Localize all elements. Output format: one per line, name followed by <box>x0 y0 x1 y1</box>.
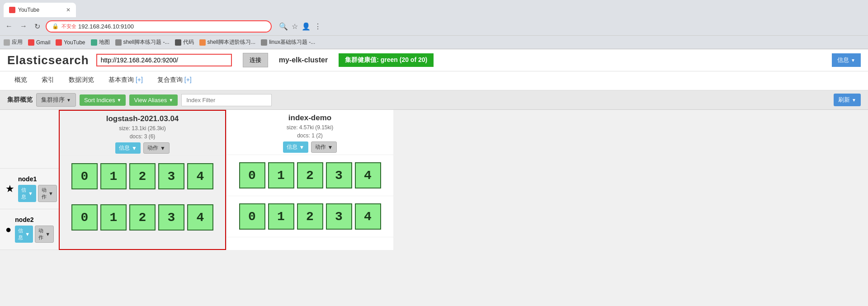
refresh-arrow: ▼ <box>852 98 856 103</box>
bookmark-maps[interactable]: 地图 <box>91 38 110 46</box>
nav-basic-query[interactable]: 基本查询 [+] <box>101 71 150 90</box>
browser-tab[interactable]: YouTube ✕ <box>4 3 76 17</box>
cluster-sort-button[interactable]: 集群排序 ▼ <box>36 93 76 107</box>
index0-action-label: 动作 <box>147 144 158 152</box>
search-icon-btn[interactable]: 🔍 <box>279 22 288 31</box>
bookmark-youtube[interactable]: YouTube <box>56 39 85 46</box>
address-bar-wrap: 🔒 不安全 <box>46 20 272 33</box>
bookmark-shell[interactable]: shell脚本练习题 -... <box>115 38 170 46</box>
index-action-bar-0: 信息 ▼ 动作 ▼ <box>65 140 220 154</box>
address-input[interactable] <box>78 23 265 30</box>
apps-favicon <box>4 39 10 46</box>
view-aliases-arrow: ▼ <box>169 98 173 103</box>
sort-indices-button[interactable]: Sort Indices ▼ <box>80 94 126 106</box>
shard-0-0-0[interactable]: 0 <box>71 163 98 189</box>
shard-1-0-2[interactable]: 2 <box>297 162 323 188</box>
shard-0-1-4[interactable]: 4 <box>187 204 213 231</box>
nav-basic-label: 基本查询 <box>108 76 136 83</box>
node1-action-label: 动作 <box>42 187 47 200</box>
shard-1-1-4[interactable]: 4 <box>355 203 381 230</box>
index-size-0: size: 13.1ki (26.3ki) <box>65 125 220 132</box>
index1-info-button[interactable]: 信息 ▼ <box>283 141 308 153</box>
node2-buttons: 信息 ▼ 动作 ▼ <box>15 226 54 243</box>
node2-circle-icon: ● <box>5 224 11 235</box>
shard-0-1-3[interactable]: 3 <box>158 204 184 231</box>
index1-action-label: 动作 <box>315 143 326 151</box>
info-dropdown-button[interactable]: 信息 ▼ <box>832 53 861 67</box>
index0-info-button[interactable]: 信息 ▼ <box>115 142 141 154</box>
shell2-favicon <box>199 39 206 46</box>
shard-0-0-2[interactable]: 2 <box>129 163 156 189</box>
shell-favicon <box>115 39 122 46</box>
refresh-label: 刷新 <box>838 96 850 104</box>
forward-button[interactable]: → <box>18 20 29 32</box>
index0-node2-shards: 0 1 2 3 4 <box>60 197 225 238</box>
view-aliases-button[interactable]: View Aliases ▼ <box>129 94 178 106</box>
index1-action-button[interactable]: 动作 ▼ <box>311 141 337 153</box>
node1-info-button[interactable]: 信息 ▼ <box>18 185 36 202</box>
menu-icon-btn[interactable]: ⋮ <box>314 22 321 31</box>
node2-info-arrow: ▼ <box>25 231 30 237</box>
bookmark-gmail[interactable]: Gmail <box>28 39 50 46</box>
shard-0-1-0[interactable]: 0 <box>71 204 98 231</box>
node1-entry: ★ node1 信息 ▼ 动作 ▼ <box>0 169 59 209</box>
shard-1-1-3[interactable]: 3 <box>326 203 352 230</box>
shard-0-0-1[interactable]: 1 <box>100 163 127 189</box>
insecure-label: 不安全 <box>61 23 76 30</box>
node2-action-button[interactable]: 动作 ▼ <box>35 226 54 243</box>
bookmark-code[interactable]: 代码 <box>175 38 194 46</box>
shard-0-1-1[interactable]: 1 <box>100 204 127 231</box>
node1-star-icon: ★ <box>5 183 14 195</box>
node2-info: node2 信息 ▼ 动作 ▼ <box>15 216 54 243</box>
browser-chrome: YouTube ✕ ← → ↻ 🔒 不安全 🔍 ☆ 👤 ⋮ 应用 Gmail <box>0 0 868 49</box>
shard-1-1-2[interactable]: 2 <box>297 203 323 230</box>
account-icon-btn[interactable]: 👤 <box>302 22 311 31</box>
app: Elasticsearch 连接 my-elk-cluster 集群健康值: g… <box>0 49 868 275</box>
nav-complex-label: 复合查询 <box>157 76 184 83</box>
shard-0-1-2[interactable]: 2 <box>129 204 156 231</box>
shard-1-1-0[interactable]: 0 <box>239 203 265 230</box>
right-area: logstash-2021.03.04 size: 13.1ki (26.3ki… <box>59 110 868 250</box>
bookmark-shell2[interactable]: shell脚本进阶练习... <box>199 38 256 46</box>
shard-0-0-3[interactable]: 3 <box>158 163 184 189</box>
back-button[interactable]: ← <box>4 20 14 32</box>
code-label: 代码 <box>183 38 194 46</box>
shard-1-1-1[interactable]: 1 <box>268 203 294 230</box>
nav-overview[interactable]: 概览 <box>7 71 34 90</box>
index-filter-input[interactable] <box>181 94 272 106</box>
index1-action-arrow: ▼ <box>328 144 333 151</box>
plus-icon-basic: [+] <box>136 76 143 83</box>
tab-close-icon[interactable]: ✕ <box>66 7 71 13</box>
nav-bar: ← → ↻ 🔒 不安全 🔍 ☆ 👤 ⋮ <box>0 17 868 35</box>
youtube-label: YouTube <box>64 39 85 46</box>
refresh-button[interactable]: 刷新 ▼ <box>834 94 861 106</box>
cluster-overview-label: 集群概览 <box>7 96 33 104</box>
index-name-0: logstash-2021.03.04 <box>65 114 220 123</box>
left-col: ★ node1 信息 ▼ 动作 ▼ <box>0 110 59 250</box>
index0-info-arrow: ▼ <box>132 145 137 151</box>
bookmark-icon-btn[interactable]: ☆ <box>292 22 298 31</box>
bookmark-linux[interactable]: linux基础练习题 -... <box>261 38 315 46</box>
nav-indices[interactable]: 索引 <box>34 71 61 90</box>
index1-node1-shards: 0 1 2 3 4 <box>226 155 393 196</box>
shard-1-0-1[interactable]: 1 <box>268 162 294 188</box>
connect-button[interactable]: 连接 <box>243 53 268 67</box>
index0-action-button[interactable]: 动作 ▼ <box>143 142 170 154</box>
node1-action-arrow: ▼ <box>48 191 53 196</box>
refresh-nav-button[interactable]: ↻ <box>33 20 42 33</box>
cluster-sort-arrow: ▼ <box>66 98 71 103</box>
shard-1-0-3[interactable]: 3 <box>326 162 352 188</box>
bookmark-apps[interactable]: 应用 <box>4 38 23 46</box>
node2-info-button[interactable]: 信息 ▼ <box>15 226 33 243</box>
shard-1-0-0[interactable]: 0 <box>239 162 265 188</box>
connection-url-input[interactable] <box>101 56 227 64</box>
node1-action-button[interactable]: 动作 ▼ <box>38 185 57 202</box>
shard-0-0-4[interactable]: 4 <box>187 163 213 189</box>
node1-name: node1 <box>18 175 57 183</box>
shard-1-0-4[interactable]: 4 <box>355 162 381 188</box>
node1-info: node1 信息 ▼ 动作 ▼ <box>18 175 57 202</box>
index1-node2-shards: 0 1 2 3 4 <box>226 196 393 237</box>
nav-data-browse[interactable]: 数据浏览 <box>61 71 101 90</box>
gmail-label: Gmail <box>36 39 50 46</box>
nav-complex-query[interactable]: 复合查询 [+] <box>150 71 199 90</box>
